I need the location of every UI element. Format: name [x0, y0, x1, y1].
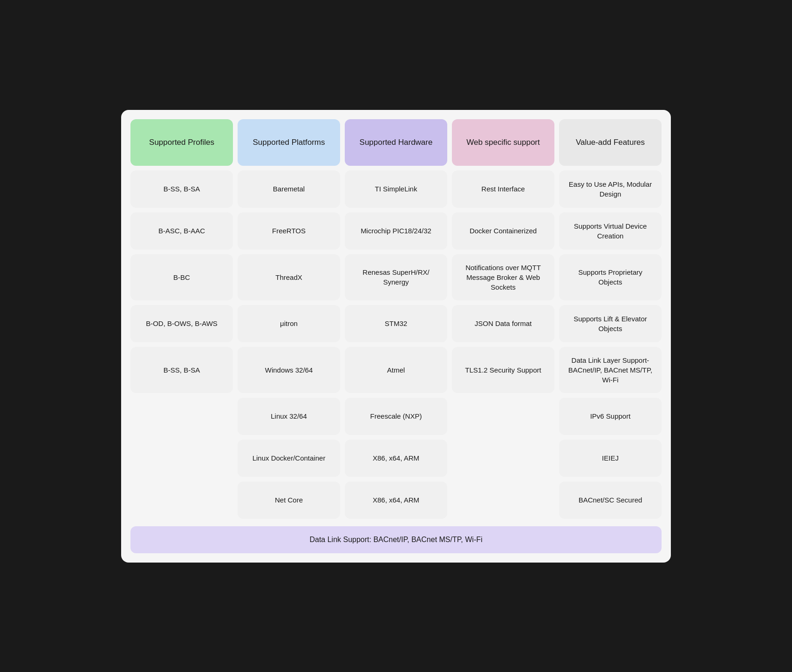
cell-r4-c0: B-SS, B-SA: [130, 347, 233, 393]
header-web: Web specific support: [452, 119, 554, 166]
cell-r1-c2: Microchip PIC18/24/32: [345, 212, 447, 250]
cell-r6-c1: Linux Docker/Container: [238, 440, 340, 477]
cell-r5-c2: Freescale (NXP): [345, 398, 447, 435]
main-container: Supported ProfilesSupported PlatformsSup…: [121, 110, 671, 563]
cell-r0-c2: TI SimpleLink: [345, 170, 447, 208]
cell-r2-c4: Supports Proprietary Objects: [559, 254, 662, 300]
cell-r4-c1: Windows 32/64: [238, 347, 340, 393]
cell-r0-c0: B-SS, B-SA: [130, 170, 233, 208]
cell-r4-c3: TLS1.2 Security Support: [452, 347, 554, 393]
footer-text: Data Link Support: BACnet/IP, BACnet MS/…: [309, 536, 482, 543]
cell-r3-c0: B-OD, B-OWS, B-AWS: [130, 305, 233, 342]
footer-bar: Data Link Support: BACnet/IP, BACnet MS/…: [130, 526, 662, 553]
cell-r6-c4: IEIEJ: [559, 440, 662, 477]
cell-r1-c1: FreeRTOS: [238, 212, 340, 250]
cell-r2-c1: ThreadX: [238, 254, 340, 300]
cell-r0-c4: Easy to Use APIs, Modular Design: [559, 170, 662, 208]
cell-r7-c1: Net Core: [238, 482, 340, 519]
cell-r1-c0: B-ASC, B-AAC: [130, 212, 233, 250]
cell-r6-c2: X86, x64, ARM: [345, 440, 447, 477]
feature-grid: Supported ProfilesSupported PlatformsSup…: [130, 119, 662, 519]
cell-r5-c4: IPv6 Support: [559, 398, 662, 435]
cell-r2-c0: B-BC: [130, 254, 233, 300]
cell-r7-c0: [130, 482, 233, 519]
cell-r5-c0: [130, 398, 233, 435]
cell-r1-c4: Supports Virtual Device Creation: [559, 212, 662, 250]
cell-r7-c4: BACnet/SC Secured: [559, 482, 662, 519]
header-value: Value-add Features: [559, 119, 662, 166]
cell-r4-c2: Atmel: [345, 347, 447, 393]
cell-r3-c3: JSON Data format: [452, 305, 554, 342]
cell-r0-c1: Baremetal: [238, 170, 340, 208]
cell-r2-c2: Renesas SuperH/RX/ Synergy: [345, 254, 447, 300]
cell-r1-c3: Docker Containerized: [452, 212, 554, 250]
cell-r6-c0: [130, 440, 233, 477]
cell-r3-c1: μitron: [238, 305, 340, 342]
cell-r0-c3: Rest Interface: [452, 170, 554, 208]
cell-r7-c3: [452, 482, 554, 519]
cell-r7-c2: X86, x64, ARM: [345, 482, 447, 519]
cell-r2-c3: Notifications over MQTT Message Broker &…: [452, 254, 554, 300]
header-platforms: Supported Platforms: [238, 119, 340, 166]
cell-r5-c3: [452, 398, 554, 435]
cell-r5-c1: Linux 32/64: [238, 398, 340, 435]
cell-r3-c4: Supports Lift & Elevator Objects: [559, 305, 662, 342]
cell-r6-c3: [452, 440, 554, 477]
header-hardware: Supported Hardware: [345, 119, 447, 166]
cell-r4-c4: Data Link Layer Support-BACnet/IP, BACne…: [559, 347, 662, 393]
header-profiles: Supported Profiles: [130, 119, 233, 166]
cell-r3-c2: STM32: [345, 305, 447, 342]
